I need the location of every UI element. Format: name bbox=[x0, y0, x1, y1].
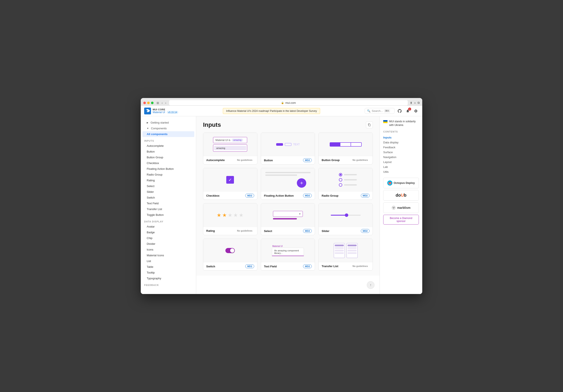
card-footer-rating: Rating No guidelines bbox=[203, 227, 257, 234]
component-card-rating[interactable]: ★ ★ ★ ★ ★ Rating No guidelines bbox=[203, 203, 257, 235]
component-card-autocomplete[interactable]: Material UI is amazing amazing Autocompl bbox=[203, 133, 257, 164]
contents-item-layout[interactable]: Layout bbox=[383, 159, 419, 164]
sidebar-item-radio-group[interactable]: Radio Group bbox=[142, 172, 194, 177]
badge-md2-button: MD2 bbox=[303, 158, 312, 162]
scroll-to-top-button[interactable]: ↑ bbox=[367, 281, 374, 289]
autocomplete-preview: Material UI is amazing amazing bbox=[213, 137, 247, 152]
sidebar-item-material-icons[interactable]: Material Icons bbox=[142, 252, 194, 258]
material-ui-label[interactable]: Material UI v5.15.14 bbox=[153, 111, 178, 114]
browser-content: MUI CORE Material UI v5.15.14 Influence … bbox=[141, 106, 422, 294]
component-card-transfer-list[interactable]: Transfer List No guidelines bbox=[318, 239, 373, 270]
sidebar-item-floating-action-button[interactable]: Floating Action Button bbox=[142, 166, 194, 172]
settings-button[interactable] bbox=[413, 108, 419, 114]
component-card-slider[interactable]: Slider MD2 bbox=[318, 203, 373, 235]
card-preview-checkbox: ✓ bbox=[203, 168, 257, 192]
mui-logo[interactable] bbox=[144, 108, 151, 114]
sidebar-item-text-field[interactable]: Text Field bbox=[142, 200, 194, 206]
contents-item-navigation[interactable]: Navigation bbox=[383, 155, 419, 159]
sidebar-item-table[interactable]: Table bbox=[142, 264, 194, 270]
sidebar-item-checkbox[interactable]: Checkbox bbox=[142, 160, 194, 166]
component-card-switch[interactable]: Switch MD2 bbox=[203, 239, 257, 270]
sidebar-toggle-button[interactable]: ⊞ bbox=[156, 101, 160, 105]
select-preview: ▾ bbox=[273, 211, 303, 220]
sponsor-card-doub[interactable]: doUb bbox=[383, 190, 419, 201]
star-5: ★ bbox=[239, 212, 243, 218]
sponsor-card-octopus[interactable]: 🐙 Octopus Deploy bbox=[383, 178, 419, 188]
search-placeholder: Search... bbox=[372, 109, 383, 112]
component-card-checkbox[interactable]: ✓ Checkbox MD2 bbox=[203, 168, 257, 200]
maximize-button[interactable] bbox=[151, 102, 154, 104]
sidebar-item-rating[interactable]: Rating bbox=[142, 177, 194, 183]
slider-preview bbox=[331, 213, 361, 217]
sidebar-item-button-group[interactable]: Button Group bbox=[142, 154, 194, 160]
sidebar-item-components[interactable]: ▼ Components bbox=[142, 125, 194, 131]
notification-button[interactable]: 4 bbox=[405, 108, 411, 114]
sidebar-item-select[interactable]: Select bbox=[142, 183, 194, 189]
sidebar-item-slider[interactable]: Slider bbox=[142, 189, 194, 195]
doub-highlight: U bbox=[401, 193, 404, 197]
sidebar-item-all-components[interactable]: All components bbox=[142, 131, 194, 137]
card-preview-select: ▾ bbox=[261, 203, 315, 227]
sidebar-item-typography[interactable]: Typography bbox=[142, 275, 194, 281]
autocomplete-input-text: Material UI is bbox=[215, 139, 230, 142]
component-card-button[interactable]: TEXT Button MD2 bbox=[261, 133, 315, 164]
transfer-list-preview bbox=[334, 243, 358, 258]
sidebar: ▶ Getting started ▼ Components All compo… bbox=[141, 116, 196, 294]
back-button[interactable]: ‹ bbox=[161, 101, 164, 105]
contents-item-feedback[interactable]: Feedback bbox=[383, 145, 419, 150]
contents-item-lab[interactable]: Lab bbox=[383, 164, 419, 169]
sidebar-item-icons[interactable]: Icons bbox=[142, 247, 194, 252]
main-scroll-area[interactable]: Inputs bbox=[196, 116, 380, 294]
survey-text[interactable]: Influence Material UI's 2024 roadmap! Pa… bbox=[223, 108, 320, 114]
sidebar-item-avatar[interactable]: Avatar bbox=[142, 224, 194, 230]
component-card-button-group[interactable]: Button Group No guidelines bbox=[318, 133, 373, 164]
copy-link-button[interactable] bbox=[366, 122, 373, 128]
address-bar[interactable]: 🔒 mui.com bbox=[169, 100, 408, 105]
contents-item-surface[interactable]: Surface bbox=[383, 150, 419, 155]
sidebar-item-button[interactable]: Button bbox=[142, 149, 194, 154]
component-card-fab[interactable]: + Floating Action Button MD2 bbox=[261, 168, 315, 200]
radio-group-preview bbox=[335, 173, 357, 187]
sidebar-item-transfer-list[interactable]: Transfer List bbox=[142, 206, 194, 212]
sidebar-item-chip[interactable]: Chip bbox=[142, 235, 194, 241]
octopus-icon: 🐙 bbox=[387, 181, 392, 185]
octopus-name: Octopus Deploy bbox=[394, 181, 415, 184]
forward-button[interactable]: › bbox=[165, 101, 167, 105]
version-badge[interactable]: v5.15.14 bbox=[167, 111, 178, 114]
sidebar-item-divider[interactable]: Divider bbox=[142, 241, 194, 247]
close-button[interactable] bbox=[143, 102, 146, 104]
radio-item-1 bbox=[339, 173, 357, 176]
dropdown-icon: ▾ bbox=[299, 212, 300, 215]
lock-icon: 🔒 bbox=[281, 101, 284, 104]
button-group-preview bbox=[330, 142, 362, 147]
contents-item-utils[interactable]: Utils bbox=[383, 169, 419, 174]
share-button[interactable]: ⬆ bbox=[410, 101, 412, 105]
text-button-preview: TEXT bbox=[293, 143, 300, 146]
radio-circle-empty-1 bbox=[339, 178, 342, 182]
minimize-button[interactable] bbox=[147, 102, 150, 104]
text-field-preview: Material UI An amazing component library… bbox=[272, 245, 304, 256]
contents-item-inputs[interactable]: Inputs bbox=[383, 135, 419, 140]
contents-item-data-display[interactable]: Data display bbox=[383, 140, 419, 145]
sidebar-item-tooltip[interactable]: Tooltip bbox=[142, 270, 194, 275]
star-4: ★ bbox=[233, 212, 238, 218]
svg-point-1 bbox=[393, 207, 394, 208]
component-card-select[interactable]: ▾ Select MD2 bbox=[261, 203, 315, 235]
sponsor-card-marblism[interactable]: marblism bbox=[383, 202, 419, 213]
new-tab-button[interactable]: + bbox=[414, 101, 416, 105]
sidebar-item-switch[interactable]: Switch bbox=[142, 195, 194, 200]
github-button[interactable] bbox=[397, 108, 403, 114]
become-diamond-button[interactable]: Become a Diamond sponsor bbox=[383, 215, 419, 225]
sidebar-item-getting-started[interactable]: ▶ Getting started bbox=[142, 120, 194, 125]
badge-md2-radio-group: MD2 bbox=[361, 194, 370, 197]
search-box[interactable]: 🔍 Search... ⌘K bbox=[365, 108, 395, 114]
component-card-text-field[interactable]: Material UI An amazing component library… bbox=[261, 239, 315, 270]
sidebar-item-list[interactable]: List bbox=[142, 258, 194, 264]
tabs-button[interactable]: ⧉ bbox=[418, 101, 420, 105]
component-card-radio-group[interactable]: Radio Group MD2 bbox=[318, 168, 373, 200]
slider-thumb bbox=[345, 213, 348, 217]
sidebar-item-badge[interactable]: Badge bbox=[142, 230, 194, 235]
sidebar-item-autocomplete[interactable]: Autocomplete bbox=[142, 143, 194, 149]
card-footer-select: Select MD2 bbox=[261, 227, 315, 235]
sidebar-item-toggle-button[interactable]: Toggle Button bbox=[142, 212, 194, 218]
